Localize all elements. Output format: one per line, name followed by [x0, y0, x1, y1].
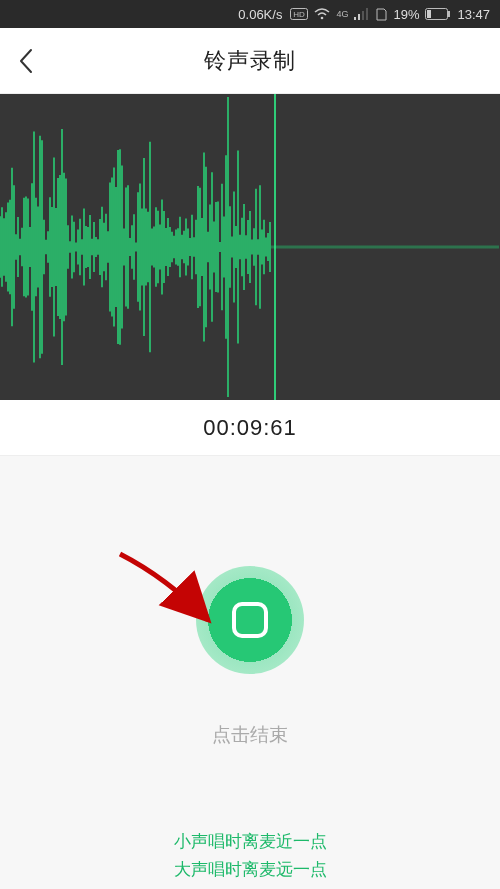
- stop-label: 点击结束: [212, 722, 288, 748]
- svg-text:HD: HD: [294, 10, 306, 19]
- tip-line-1: 小声唱时离麦近一点: [174, 828, 327, 856]
- app-header: 铃声录制: [0, 28, 500, 94]
- svg-rect-8: [427, 10, 431, 18]
- status-bar: 0.06K/s HD 4G 19% 13:47: [0, 0, 500, 28]
- sim-icon: [376, 8, 387, 21]
- hd-icon: HD: [290, 8, 308, 20]
- tip-line-2: 大声唱时离麦远一点: [174, 856, 327, 884]
- clock-time: 13:47: [457, 7, 490, 22]
- svg-rect-6: [366, 8, 368, 20]
- svg-rect-3: [354, 17, 356, 20]
- back-button[interactable]: [18, 48, 34, 74]
- net-speed: 0.06K/s: [238, 7, 282, 22]
- wifi-icon: [314, 8, 330, 20]
- battery-icon: [425, 8, 451, 20]
- svg-rect-4: [358, 14, 360, 20]
- page-title: 铃声录制: [0, 46, 500, 76]
- svg-rect-9: [448, 11, 450, 17]
- recording-timer: 00:09:61: [203, 415, 297, 441]
- svg-point-2: [321, 17, 324, 20]
- timer-bar: 00:09:61: [0, 400, 500, 456]
- network-4g-icon: 4G: [336, 9, 348, 19]
- recording-tips: 小声唱时离麦近一点 大声唱时离麦远一点: [174, 828, 327, 884]
- svg-rect-5: [362, 11, 364, 20]
- battery-percent: 19%: [393, 7, 419, 22]
- svg-rect-262: [234, 604, 266, 636]
- stop-record-button[interactable]: [196, 566, 304, 674]
- waveform-display: [0, 94, 500, 400]
- signal-icon: [354, 8, 370, 20]
- control-area: 点击结束 小声唱时离麦近一点 大声唱时离麦远一点: [0, 456, 500, 884]
- stop-icon: [230, 600, 270, 640]
